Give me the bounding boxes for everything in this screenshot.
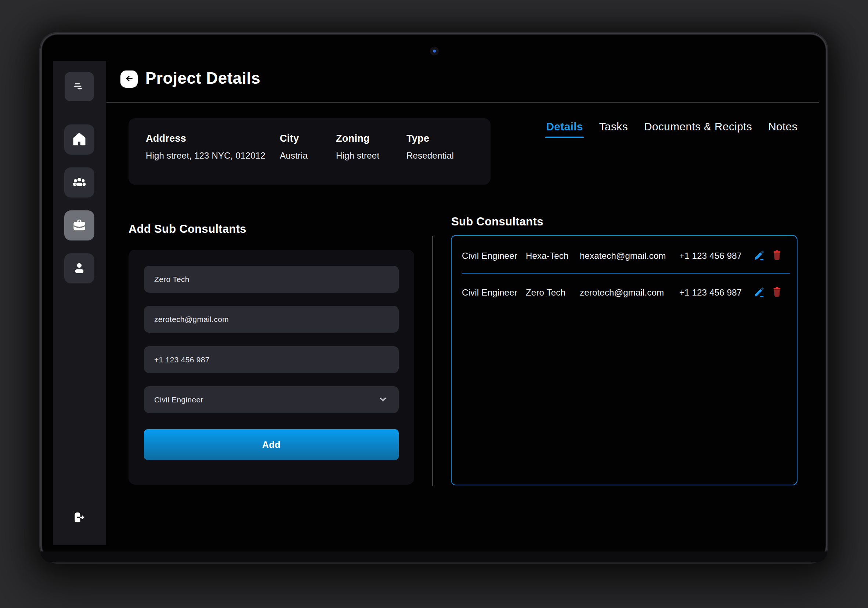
sub-consultants-panel: Civil Engineer Hexa-Tech hexatech@gmail.…	[451, 235, 798, 485]
pencil-edit-icon	[753, 294, 766, 299]
pencil-edit-icon	[753, 257, 766, 263]
consultant-role: Civil Engineer	[462, 287, 517, 298]
info-value: Austria	[280, 150, 308, 161]
arrow-left-icon	[124, 73, 135, 85]
add-button[interactable]: Add	[144, 429, 399, 460]
sidebar-item-home[interactable]	[64, 124, 95, 155]
consultant-row: Civil Engineer Hexa-Tech hexatech@gmail.…	[452, 237, 797, 273]
logout-icon	[72, 510, 87, 526]
consultant-company: Zero Tech	[526, 287, 566, 298]
info-field-city: City Austria	[280, 133, 308, 161]
tablet-device: Project Details Address High street, 123…	[40, 33, 827, 563]
section-divider	[432, 236, 433, 486]
info-label: City	[280, 133, 308, 144]
consultant-phone: +1 123 456 987	[679, 287, 742, 298]
tab-notes[interactable]: Notes	[768, 120, 798, 133]
home-icon	[71, 131, 87, 148]
consultant-email: zerotech@gmail.com	[580, 287, 664, 298]
sub-consultants-heading: Sub Consultants	[451, 215, 543, 228]
logout-button[interactable]	[71, 510, 87, 526]
page-title: Project Details	[146, 69, 260, 87]
sidebar-item-profile[interactable]	[64, 253, 95, 284]
tab-documents-recipts[interactable]: Documents & Recipts	[644, 120, 752, 133]
project-info-card: Address High street, 123 NYC, 012012 Cit…	[129, 118, 491, 185]
consultant-role-select[interactable]: Civil Engineer	[144, 386, 399, 413]
info-value: High street	[336, 150, 379, 161]
trash-delete-icon	[770, 294, 784, 299]
info-field-zoning: Zoning High street	[336, 133, 379, 161]
sidebar-item-projects[interactable]	[64, 210, 95, 240]
selected-role: Civil Engineer	[154, 396, 203, 404]
person-icon	[71, 260, 87, 277]
consultant-row: Civil Engineer Zero Tech zerotech@gmail.…	[452, 273, 797, 310]
consultant-email-input[interactable]	[144, 306, 399, 333]
consultant-email: hexatech@gmail.com	[580, 251, 666, 261]
trash-delete-icon	[770, 257, 784, 263]
menu-button[interactable]	[65, 72, 94, 101]
consultant-role: Civil Engineer	[462, 251, 517, 261]
info-value: High street, 123 NYC, 012012	[146, 150, 265, 161]
back-button[interactable]	[121, 70, 138, 88]
consultant-company: Hexa-Tech	[526, 251, 569, 261]
delete-consultant-button[interactable]	[770, 285, 784, 298]
info-label: Address	[146, 133, 265, 144]
tab-details[interactable]: Details	[546, 120, 583, 133]
team-users-icon	[71, 174, 87, 191]
add-sub-consultants-heading: Add Sub Consultants	[129, 222, 246, 236]
delete-consultant-button[interactable]	[770, 248, 784, 262]
camera-dot	[430, 47, 439, 56]
info-label: Zoning	[336, 133, 379, 144]
sidebar-item-team[interactable]	[64, 168, 95, 197]
detail-tabs: Details Tasks Documents & Recipts Notes	[518, 118, 798, 136]
consultant-phone-input[interactable]	[144, 346, 399, 373]
tab-tasks[interactable]: Tasks	[599, 120, 628, 133]
edit-consultant-button[interactable]	[753, 248, 766, 262]
consultant-name-input[interactable]	[144, 266, 399, 293]
info-field-type: Type Resedential	[406, 133, 454, 161]
info-value: Resedential	[406, 150, 454, 161]
camera-lens	[433, 50, 436, 53]
chevron-down-icon	[377, 394, 389, 406]
briefcase-icon	[71, 217, 87, 234]
menu-lines-icon	[71, 78, 87, 95]
sidebar	[53, 61, 106, 545]
header-divider	[107, 102, 819, 102]
consultant-phone: +1 123 456 987	[679, 251, 742, 261]
info-field-address: Address High street, 123 NYC, 012012	[146, 133, 265, 161]
info-label: Type	[406, 133, 454, 144]
edit-consultant-button[interactable]	[753, 285, 766, 298]
